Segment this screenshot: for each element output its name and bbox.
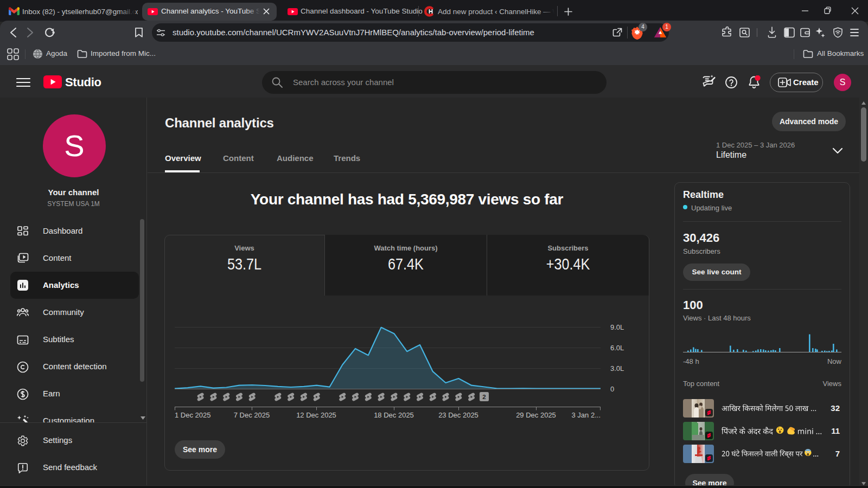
svg-text:7 Dec 2025: 7 Dec 2025 [234, 411, 270, 419]
svg-text:29 Dec 2025: 29 Dec 2025 [516, 411, 556, 419]
svg-text:0: 0 [610, 385, 614, 393]
svg-text:12 Dec 2025: 12 Dec 2025 [296, 411, 336, 419]
svg-text:6.0L: 6.0L [610, 344, 624, 352]
svg-text:18 Dec 2025: 18 Dec 2025 [374, 411, 414, 419]
svg-text:2: 2 [482, 394, 486, 400]
svg-text:9.0L: 9.0L [610, 323, 624, 331]
svg-text:3 Jan 2...: 3 Jan 2... [572, 411, 601, 419]
svg-text:1 Dec 2025: 1 Dec 2025 [175, 411, 211, 419]
svg-text:3.0L: 3.0L [610, 364, 624, 373]
svg-text:23 Dec 2025: 23 Dec 2025 [438, 411, 478, 419]
